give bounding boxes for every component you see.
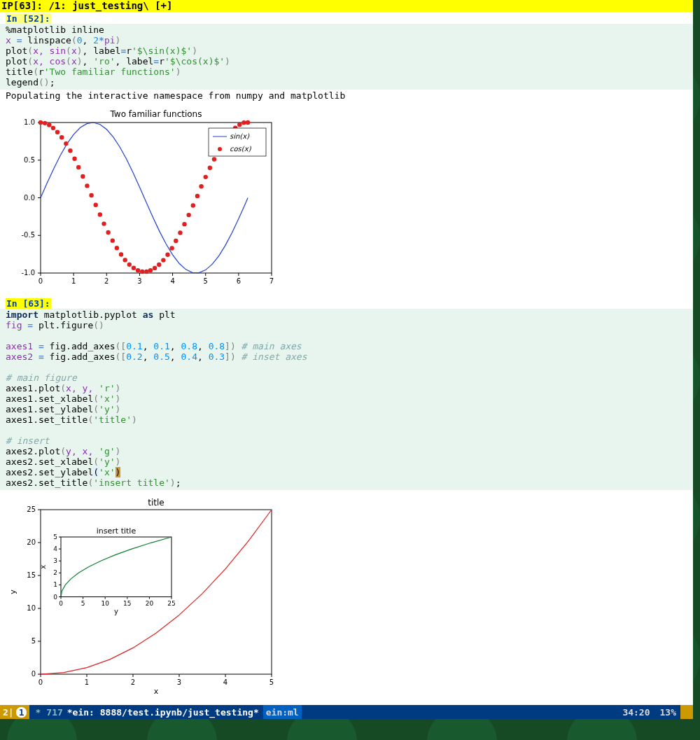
svg-point-41 bbox=[94, 203, 98, 207]
svg-text:1: 1 bbox=[71, 277, 76, 285]
modeline-buffer-name: *ein: 8888/test.ipynb/just_testing* bbox=[63, 707, 263, 718]
cell-52-code[interactable]: %matplotlib inline x = linspace(0, 2*pi)… bbox=[0, 24, 693, 90]
svg-point-57 bbox=[161, 258, 165, 262]
svg-text:0.0: 0.0 bbox=[24, 194, 35, 202]
chart-two-familiar-functions: 01234567-1.0-0.50.00.51.0Two familiar fu… bbox=[6, 109, 279, 291]
svg-point-28 bbox=[38, 120, 43, 125]
svg-text:2: 2 bbox=[104, 277, 108, 285]
svg-point-36 bbox=[72, 157, 76, 161]
svg-text:title: title bbox=[148, 498, 164, 508]
modeline-left-badge: 2|1 bbox=[0, 705, 29, 719]
svg-point-69 bbox=[212, 157, 216, 161]
svg-point-42 bbox=[98, 212, 102, 216]
svg-text:0: 0 bbox=[38, 277, 43, 285]
svg-point-48 bbox=[122, 258, 127, 262]
editor-frame: IP[63]: /1: just_testing\ [+] In [52]: %… bbox=[0, 0, 693, 719]
cell-63-code[interactable]: import matplotlib.pyplot as plt fig = pl… bbox=[0, 309, 693, 490]
svg-point-50 bbox=[132, 266, 136, 270]
svg-text:20: 20 bbox=[27, 538, 36, 546]
cell-63[interactable]: In [63]: import matplotlib.pyplot as plt… bbox=[0, 297, 693, 703]
svg-text:25: 25 bbox=[27, 505, 36, 513]
svg-text:3: 3 bbox=[177, 678, 181, 686]
svg-point-76 bbox=[241, 120, 246, 125]
svg-text:y: y bbox=[8, 589, 18, 594]
svg-point-65 bbox=[195, 194, 200, 198]
svg-text:3: 3 bbox=[137, 277, 141, 285]
svg-point-60 bbox=[174, 239, 178, 243]
svg-text:0.5: 0.5 bbox=[24, 156, 35, 164]
cell-63-plot: 0123450510152025titlexy0510152025012345i… bbox=[0, 490, 693, 703]
svg-point-30 bbox=[47, 123, 51, 127]
svg-text:2: 2 bbox=[131, 678, 135, 686]
modeline-major-mode: ein:ml bbox=[263, 705, 302, 719]
svg-text:10: 10 bbox=[101, 600, 109, 607]
svg-text:0: 0 bbox=[59, 600, 63, 607]
svg-point-40 bbox=[89, 193, 93, 197]
svg-point-55 bbox=[153, 266, 157, 270]
svg-point-64 bbox=[191, 203, 195, 207]
svg-point-39 bbox=[85, 183, 89, 188]
chart-title-with-inset: 0123450510152025titlexy0510152025012345i… bbox=[6, 497, 282, 697]
svg-text:1: 1 bbox=[53, 581, 57, 588]
svg-point-62 bbox=[182, 222, 186, 226]
svg-point-47 bbox=[119, 252, 123, 256]
svg-text:4: 4 bbox=[170, 277, 174, 285]
svg-text:25: 25 bbox=[167, 600, 175, 607]
svg-text:5: 5 bbox=[204, 277, 208, 285]
svg-text:1.0: 1.0 bbox=[24, 118, 35, 126]
svg-text:x: x bbox=[39, 565, 47, 569]
window-title: IP[63]: /1: just_testing\ [+] bbox=[0, 0, 693, 12]
svg-point-59 bbox=[169, 246, 174, 250]
svg-text:insert title: insert title bbox=[97, 526, 136, 536]
svg-text:4: 4 bbox=[223, 678, 227, 686]
svg-text:7: 7 bbox=[270, 277, 274, 285]
svg-point-31 bbox=[51, 126, 55, 130]
svg-point-56 bbox=[157, 263, 161, 267]
svg-point-38 bbox=[80, 174, 85, 179]
modeline-line-count: 717 bbox=[46, 707, 62, 718]
svg-text:0: 0 bbox=[31, 670, 36, 678]
svg-point-35 bbox=[68, 148, 72, 153]
svg-text:5: 5 bbox=[53, 533, 57, 540]
svg-point-66 bbox=[199, 184, 203, 188]
svg-point-46 bbox=[115, 246, 119, 250]
svg-text:2: 2 bbox=[53, 569, 57, 576]
svg-point-37 bbox=[76, 165, 80, 169]
mode-line[interactable]: 2|1 * 717 *ein: 8888/test.ipynb/just_tes… bbox=[0, 705, 693, 719]
svg-text:1: 1 bbox=[85, 678, 89, 686]
modeline-scroll-pct: 13% bbox=[660, 707, 680, 718]
svg-text:-0.5: -0.5 bbox=[21, 231, 35, 239]
svg-text:x: x bbox=[154, 687, 159, 696]
svg-point-51 bbox=[136, 268, 140, 272]
svg-point-34 bbox=[64, 141, 68, 146]
svg-text:5: 5 bbox=[270, 678, 274, 686]
svg-point-33 bbox=[59, 135, 64, 139]
cell-52[interactable]: In [52]: %matplotlib inline x = linspace… bbox=[0, 12, 693, 297]
svg-text:cos(x): cos(x) bbox=[230, 145, 252, 153]
svg-point-54 bbox=[148, 268, 153, 272]
modeline-cursor-pos: 34:20 bbox=[622, 707, 659, 718]
cell-52-prompt: In [52]: bbox=[6, 13, 51, 24]
svg-text:5: 5 bbox=[31, 637, 36, 645]
svg-point-44 bbox=[106, 230, 110, 235]
svg-point-61 bbox=[178, 230, 182, 235]
svg-text:15: 15 bbox=[123, 600, 131, 607]
svg-rect-111 bbox=[61, 537, 172, 597]
svg-text:Two familiar functions: Two familiar functions bbox=[110, 109, 202, 119]
svg-point-67 bbox=[204, 175, 208, 179]
cell-52-plot: 01234567-1.0-0.50.00.51.0Two familiar fu… bbox=[0, 102, 693, 297]
svg-point-52 bbox=[140, 270, 144, 274]
svg-point-63 bbox=[186, 213, 190, 217]
svg-text:0: 0 bbox=[38, 678, 43, 686]
svg-text:5: 5 bbox=[81, 600, 85, 607]
svg-text:4: 4 bbox=[53, 545, 57, 552]
svg-text:6: 6 bbox=[237, 277, 241, 285]
svg-point-29 bbox=[43, 121, 47, 125]
svg-text:y: y bbox=[114, 608, 118, 615]
svg-text:sin(x): sin(x) bbox=[230, 132, 250, 140]
svg-point-68 bbox=[208, 166, 212, 170]
svg-text:0: 0 bbox=[53, 594, 57, 601]
svg-point-53 bbox=[144, 270, 148, 274]
svg-point-81 bbox=[218, 147, 222, 151]
svg-point-45 bbox=[111, 238, 115, 242]
